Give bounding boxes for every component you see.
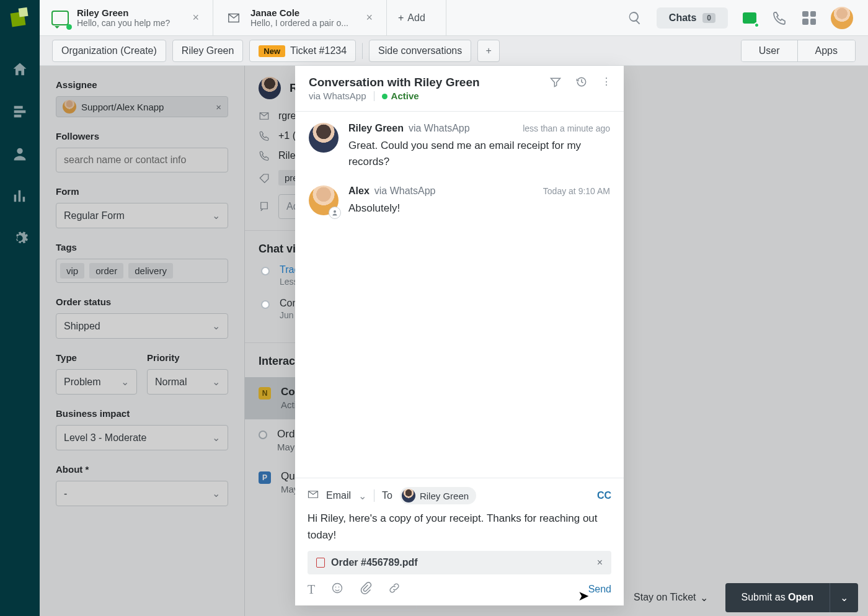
divider xyxy=(362,43,363,59)
home-icon[interactable] xyxy=(11,61,29,78)
cc-button[interactable]: CC xyxy=(597,490,611,501)
chat-icon xyxy=(51,9,69,27)
link-icon[interactable] xyxy=(388,582,401,597)
assignee-value: Support/Alex Knapp xyxy=(81,102,164,112)
conversation-title: Conversation with Riley Green xyxy=(309,76,542,89)
msg-author: Alex xyxy=(348,185,370,197)
new-badge: New xyxy=(259,45,285,57)
close-icon[interactable]: × xyxy=(190,11,202,24)
reports-icon[interactable] xyxy=(11,187,29,205)
about-label: About * xyxy=(56,464,228,475)
timeline-dot xyxy=(261,267,270,275)
reply-body[interactable]: Hi Riley, here's a copy of your receipt.… xyxy=(308,511,611,543)
tags-label: Tags xyxy=(56,242,228,252)
history-icon[interactable] xyxy=(575,76,588,91)
submit-prefix: Submit as xyxy=(742,592,789,602)
impact-select[interactable]: Level 3 - Moderate⌄ xyxy=(56,425,228,450)
order-status-label: Order status xyxy=(56,297,228,307)
apps-icon[interactable] xyxy=(801,10,817,26)
submit-button[interactable]: Submit as Open ⌄ xyxy=(725,583,858,612)
form-label: Form xyxy=(56,186,228,197)
stay-on-ticket[interactable]: Stay on Ticket⌄ xyxy=(634,592,708,604)
email-icon xyxy=(308,490,319,501)
submit-state: Open xyxy=(788,592,813,602)
clear-icon[interactable]: × xyxy=(216,102,221,112)
form-select[interactable]: Regular Form⌄ xyxy=(56,203,228,228)
msg-author: Riley Green xyxy=(348,123,404,134)
msg-body: Absolutely! xyxy=(348,200,610,216)
remove-attachment[interactable]: × xyxy=(597,557,603,568)
attachment-icon[interactable] xyxy=(360,582,372,597)
to-label: To xyxy=(382,490,392,501)
type-label: Type xyxy=(56,352,137,363)
tag-chip: delivery xyxy=(128,263,173,279)
tab-ticket-1[interactable]: Riley Green Hello, can you help me? × xyxy=(40,0,213,35)
send-button[interactable]: Send xyxy=(588,584,611,595)
avatar xyxy=(309,123,339,153)
msg-channel: via WhatsApp xyxy=(409,123,470,134)
reply-channel[interactable]: Email xyxy=(326,490,351,501)
more-icon[interactable]: ⋮ xyxy=(601,76,610,91)
avatar xyxy=(63,100,76,114)
reply-composer: Email ⌄ To Riley Green CC Hi Riley, here… xyxy=(295,478,624,605)
priority-label: Priority xyxy=(147,352,228,363)
to-recipient[interactable]: Riley Green xyxy=(400,487,476,504)
tab-ticket-2[interactable]: Janae Cole Hello, I ordered a pair o... … xyxy=(213,0,387,35)
tab-user[interactable]: Riley Green xyxy=(172,40,243,62)
svg-point-2 xyxy=(339,587,340,588)
msg-time: Today at 9:10 AM xyxy=(543,186,610,196)
tab-org[interactable]: Organization (Create) xyxy=(52,40,166,62)
settings-icon[interactable] xyxy=(11,230,29,247)
text-format-icon[interactable]: T xyxy=(308,583,315,597)
close-icon[interactable]: × xyxy=(363,11,375,24)
msg-time: less than a minute ago xyxy=(523,123,610,133)
add-side-conv[interactable]: + xyxy=(477,40,500,62)
customers-icon[interactable] xyxy=(11,145,29,163)
timeline-dot xyxy=(259,431,267,439)
tab-ticket[interactable]: NewTicket #1234 xyxy=(249,40,356,62)
tag-chip: vip xyxy=(60,263,84,279)
attachment-name: Order #456789.pdf xyxy=(331,557,591,568)
assignee-field[interactable]: Support/Alex Knapp × xyxy=(56,96,228,117)
impact-label: Business impact xyxy=(56,408,228,419)
chevron-down-icon: ⌄ xyxy=(212,488,220,499)
emoji-icon[interactable] xyxy=(331,582,343,597)
tab-right-user[interactable]: User xyxy=(742,40,798,61)
order-status-select[interactable]: Shipped⌄ xyxy=(56,313,228,339)
svg-point-0 xyxy=(333,584,342,593)
tag-chip: order xyxy=(89,263,123,279)
recipient-name: Riley Green xyxy=(420,491,469,501)
tab-right-apps[interactable]: Apps xyxy=(798,40,855,61)
conversation-panel: Conversation with Riley Green via WhatsA… xyxy=(295,66,624,605)
tags-field[interactable]: vip order delivery xyxy=(56,259,228,283)
messaging-icon[interactable] xyxy=(742,10,758,26)
followers-input[interactable] xyxy=(56,148,228,172)
email-icon xyxy=(224,9,243,27)
attachment-chip[interactable]: Order #456789.pdf × xyxy=(308,551,611,574)
chevron-down-icon: ⌄ xyxy=(212,210,220,221)
type-select[interactable]: Problem⌄ xyxy=(56,369,137,395)
tab-bar: Riley Green Hello, can you help me? × Ja… xyxy=(40,0,868,36)
avatar xyxy=(402,489,415,502)
submit-dropdown[interactable]: ⌄ xyxy=(830,583,858,612)
search-icon[interactable] xyxy=(627,10,643,26)
pdf-icon xyxy=(316,558,325,568)
phone-icon[interactable] xyxy=(771,10,787,26)
chats-button[interactable]: Chats 0 xyxy=(657,7,728,29)
chevron-down-icon: ⌄ xyxy=(212,376,220,388)
priority-select[interactable]: Normal⌄ xyxy=(147,369,228,395)
profile-avatar[interactable] xyxy=(831,7,853,29)
tab-side-conv[interactable]: Side conversations xyxy=(369,40,471,62)
status-badge: N xyxy=(259,387,271,400)
tab-add[interactable]: + Add xyxy=(387,0,446,35)
filter-icon[interactable] xyxy=(549,76,562,91)
agent-badge-icon xyxy=(329,207,341,219)
logo[interactable] xyxy=(11,12,29,30)
chevron-down-icon[interactable]: ⌄ xyxy=(358,490,366,502)
chevron-down-icon: ⌄ xyxy=(212,432,220,444)
status-dot xyxy=(382,94,388,99)
chats-label: Chats xyxy=(669,12,696,24)
about-select[interactable]: -⌄ xyxy=(56,481,228,506)
chevron-down-icon: ⌄ xyxy=(700,592,708,604)
views-icon[interactable] xyxy=(11,103,29,120)
